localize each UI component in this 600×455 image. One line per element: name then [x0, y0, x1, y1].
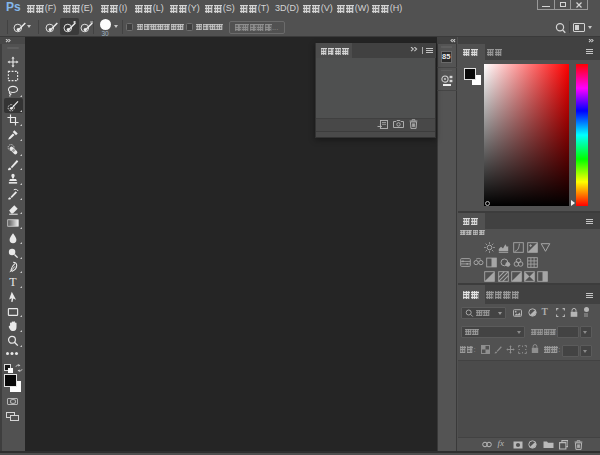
- svg-text:T: T: [9, 276, 17, 288]
